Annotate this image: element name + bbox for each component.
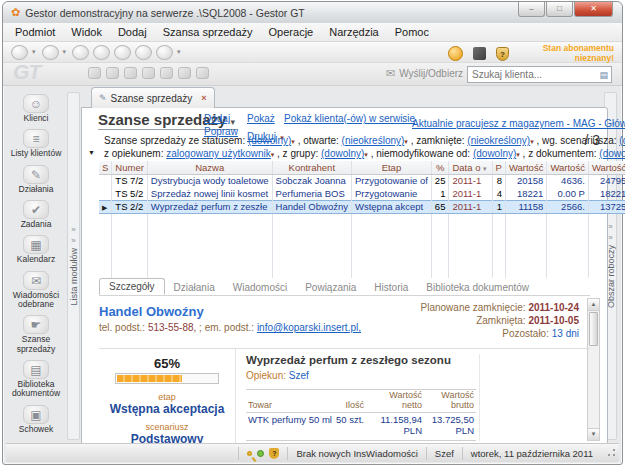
filter-document-dropdown[interactable]: (dowolny) (599, 148, 625, 159)
module-list-strip[interactable]: » » Lista modułów (67, 92, 80, 440)
col-data[interactable]: Data o ▾ (449, 161, 492, 174)
col-s[interactable]: S (99, 161, 112, 174)
filter-group-dropdown[interactable]: (dowolny) (321, 148, 364, 159)
col-etap[interactable]: Etap (351, 161, 431, 174)
note-icon[interactable] (114, 45, 131, 60)
pencil-icon: ✎ (99, 93, 107, 103)
add-link[interactable]: Dodaj (204, 113, 230, 124)
client-name[interactable]: Handel Obwoźny (99, 304, 204, 319)
col-wartosc-1[interactable]: Wartość (505, 161, 546, 174)
owner-link[interactable]: Szef (289, 370, 309, 381)
tab-szczegoly[interactable]: Szczegóły (99, 278, 165, 295)
cell-wartosc-3: 13725 (588, 200, 625, 213)
cell-etap: Przygotowanie (351, 187, 431, 200)
tab-historia[interactable]: Historia (365, 280, 417, 295)
email-link[interactable]: info@koparski.insert.pl, (257, 322, 361, 333)
title-bar[interactable]: ✿ Gestor demonstracyjny na serwerze .\SQ… (3, 2, 622, 23)
tab-szanse-sprzedazy[interactable]: ✎ Szanse sprzedaży × (91, 87, 215, 108)
quick-icon-3[interactable] (124, 67, 137, 79)
sidebar-item-biblioteka[interactable]: ▤ Biblioteka dokumentów (7, 360, 65, 399)
quick-icon-2[interactable] (106, 67, 119, 79)
report-icon[interactable] (135, 45, 152, 60)
remaining-label: Pozostało: (502, 328, 549, 339)
tab-biblioteka-dokumentow[interactable]: Biblioteka dokumentów (417, 280, 538, 295)
cell-kontrahent: Sobczak Joanna (272, 174, 351, 187)
tab-dzialania[interactable]: Działania (165, 280, 224, 295)
archive-icon[interactable] (156, 45, 173, 60)
open-icon[interactable] (42, 45, 59, 60)
opportunity-icon[interactable] (72, 45, 89, 60)
sidebar-item-label: Zadania (7, 220, 65, 229)
filter-label: , zamknięte: (411, 135, 465, 146)
close-tab-icon[interactable]: × (201, 93, 206, 103)
menu-item-operacje[interactable]: Operacje (261, 25, 322, 39)
filter-closed-dropdown[interactable]: (nieokreślony) (467, 135, 530, 146)
quick-icon-1[interactable] (88, 67, 101, 79)
collapse-filters-icon[interactable]: ▼ (88, 149, 95, 156)
menu-item-widok[interactable]: Widok (63, 25, 110, 39)
menu-item-dodaj[interactable]: Dodaj (110, 25, 155, 39)
tab-wiadomosci[interactable]: Wiadomości (224, 280, 296, 295)
table-row-selected[interactable]: ▶ TS 2/2 Wyprzedaż perfum z zeszłe Hande… (99, 200, 625, 213)
col-procent[interactable]: % (431, 161, 449, 174)
sidebar-item-listy-klientow[interactable]: ≡ Listy klientów (7, 129, 65, 158)
tab-powiazania[interactable]: Powiązania (296, 280, 365, 295)
scrollbar-thumb[interactable] (589, 312, 598, 346)
minimize-button[interactable]: – (518, 2, 545, 17)
table-row[interactable]: TS 7/2 Dystrybucja wody toaletowe Sobcza… (99, 174, 625, 187)
search-icon[interactable]: ▤ (599, 70, 611, 80)
gt-logo: GT (13, 60, 40, 84)
menu-item-podmiot[interactable]: Podmiot (7, 25, 63, 39)
maximize-button[interactable]: □ (546, 2, 573, 17)
chevron-down-icon[interactable]: ▾ (63, 48, 67, 56)
chevron-down-icon: ▾ (404, 138, 408, 146)
quick-icon-5[interactable] (160, 67, 173, 79)
filter-status-dropdown[interactable]: (dowolny) (248, 135, 291, 146)
sidebar-item-zadania[interactable]: ✔ Zadania (7, 200, 65, 229)
items-row: WTK perfumy 50 ml 50 szt. 11.158,94 PLN … (246, 412, 476, 440)
filter-label: , wg. scenariusza: (536, 135, 616, 146)
resize-grip[interactable] (605, 447, 617, 459)
sidebar-item-kalendarz[interactable]: ▦ Kalendarz (7, 235, 65, 264)
filter-owner-dropdown[interactable]: zalogowany użytkownik (166, 148, 271, 159)
menu-item-pomoc[interactable]: Pomoc (387, 25, 437, 39)
email-label: ; em. podst.: (199, 322, 254, 333)
col-kontrahent[interactable]: Kontrahent (272, 161, 351, 174)
sidebar-item-szanse-sprzedazy[interactable]: ☛ Szanse sprzedaży (7, 315, 65, 354)
chevron-down-icon[interactable]: ▾ (177, 48, 181, 56)
tag-icon[interactable] (93, 45, 110, 60)
cube-icon[interactable] (473, 47, 486, 60)
search-input[interactable] (468, 69, 599, 80)
filter-open-dropdown[interactable]: (nieokreślony) (342, 135, 405, 146)
sidebar-item-schowek[interactable]: ▣ Schowek (7, 405, 65, 434)
help-icon[interactable]: ? (269, 448, 279, 459)
quick-icon-4[interactable] (142, 67, 155, 79)
menu-item-narzedzia[interactable]: Narzędzia (321, 25, 387, 39)
table-row[interactable]: TS 5/2 Sprzedaż nowej linii kosmet Perfu… (99, 187, 625, 200)
license-question-icon[interactable]: ? (496, 47, 509, 61)
close-button[interactable]: ✕ (574, 2, 613, 17)
coin-icon[interactable] (448, 46, 463, 61)
col-wartosc-2[interactable]: Wartość (547, 161, 588, 174)
chevron-down-icon[interactable]: ▾ (32, 48, 36, 56)
quick-icon-6[interactable] (178, 67, 191, 79)
col-numer[interactable]: Numer (112, 161, 148, 174)
scroll-up-icon[interactable]: ▲ (588, 299, 599, 311)
col-p[interactable]: P (492, 161, 505, 174)
col-wartosc-3[interactable]: Wartość (588, 161, 625, 174)
quick-icon-7[interactable] (196, 67, 209, 79)
filter-scenario-dropdown[interactable]: (dowolny) (619, 135, 625, 146)
filter-label: Szanse sprzedaży ze statusem: (104, 135, 245, 146)
sidebar-item-wiadomosci[interactable]: ✉ Wiadomości odebrane (7, 271, 65, 310)
sidebar-item-dzialania[interactable]: ✎ Działania (7, 165, 65, 194)
sidebar-item-klienci[interactable]: ☺ Klienci (7, 94, 65, 123)
cell-etap: Wstępna akcept (351, 200, 431, 213)
warehouse-link[interactable]: Aktualnie pracujesz z magazynem - MAG - … (412, 118, 625, 129)
col-nazwa[interactable]: Nazwa (147, 161, 272, 174)
filter-unmodified-dropdown[interactable]: (dowolny) (473, 148, 516, 159)
show-client-link[interactable]: Pokaż klienta(-ów) w serwisie (284, 113, 415, 124)
menu-item-szansa-sprzedazy[interactable]: Szansa sprzedaży (155, 25, 261, 39)
show-link[interactable]: Pokaż (247, 113, 275, 124)
send-receive-button[interactable]: ✉ Wyślij/Odbierz ▾ (386, 67, 473, 80)
new-document-icon[interactable] (11, 45, 28, 60)
